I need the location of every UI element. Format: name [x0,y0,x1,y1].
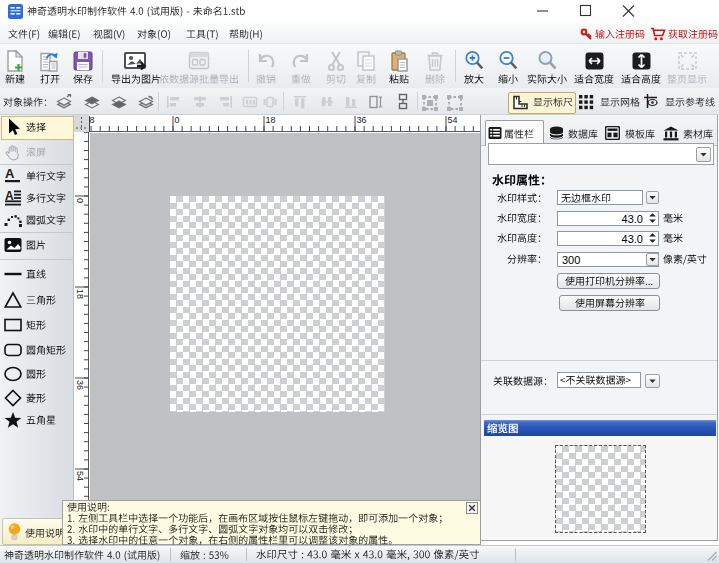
svg-text:A: A [5,167,15,181]
